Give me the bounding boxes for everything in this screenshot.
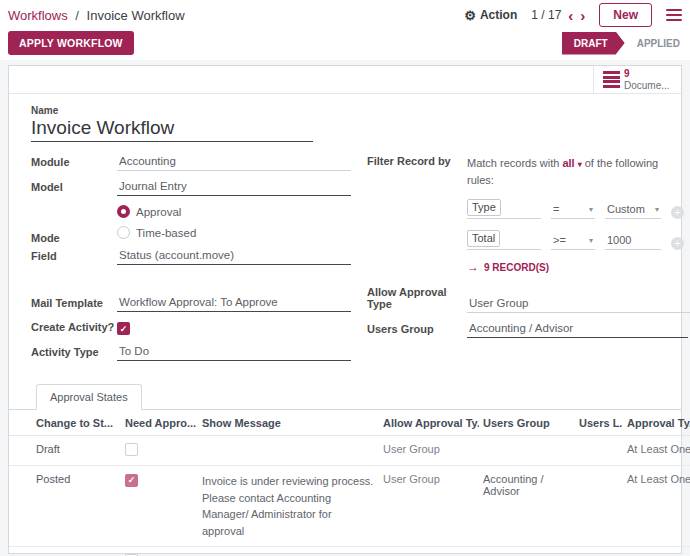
approval-type-cell: User Group [379,547,479,556]
mail-template-input[interactable]: Workflow Approval: To Approve [117,296,351,312]
approval-policy-cell: At Least One [623,547,690,556]
status-applied[interactable]: APPLIED [637,38,680,49]
need-approval-checkbox[interactable] [125,443,138,456]
table-row[interactable]: Cancelled User Group At Least One [9,547,690,556]
users-list-cell [575,547,623,556]
documents-count: 9 [624,68,670,80]
model-field-label: Model [31,181,117,196]
rule-field-input[interactable]: Total [467,228,541,250]
column-header-change-to-state[interactable]: Change to St... [9,410,121,436]
form-sheet: 9 Docume... Name Invoice Workflow Module… [8,65,682,554]
breadcrumb: Workflows / Invoice Workflow [8,8,185,23]
activity-type-input[interactable]: To Do [117,345,351,361]
notebook: Approval States Change to St... Need App… [9,384,681,556]
action-menu-button[interactable]: ⚙ Action [464,8,517,23]
filter-record-by-label: Filter Record by [367,155,467,170]
mode-approval-label: Approval [136,206,181,218]
status-bar: DRAFT APPLIED [562,32,682,55]
users-list-cell [575,466,623,547]
model-input[interactable]: Journal Entry [117,180,351,196]
need-approval-checkbox[interactable] [125,474,138,487]
approval-policy-cell: At Least One [623,466,690,547]
allow-approval-type-input[interactable]: User Group [467,297,690,313]
tab-approval-states[interactable]: Approval States [36,384,142,410]
table-row[interactable]: Posted Invoice is under reviewing proces… [9,466,690,547]
module-input[interactable]: Accounting [117,155,351,171]
rule-value-input[interactable]: 1000 [605,234,661,250]
rule-value-select[interactable]: Custom▾ [605,203,661,219]
documents-stat-button[interactable]: 9 Docume... [593,66,681,93]
rule-operator-select[interactable]: =▾ [551,203,595,219]
rule-field-input[interactable]: Type [467,197,541,219]
message-cell [198,436,379,466]
chevron-down-icon: ▾ [589,236,593,245]
rule-operator-select[interactable]: >=▾ [551,234,595,250]
add-rule-icon[interactable]: + [671,237,684,250]
filter-rule-row: Total >=▾ 1000 + ... [467,228,690,250]
breadcrumb-separator: / [75,8,79,23]
module-field-label: Module [31,156,117,171]
create-activity-checkbox[interactable] [117,322,130,335]
hamburger-menu-icon[interactable] [666,6,682,24]
table-row[interactable]: Draft User Group At Least One [9,436,690,466]
users-group-cell [479,436,575,466]
users-group-field-label: Users Group [367,323,467,338]
users-group-input[interactable]: Accounting / Advisor [467,322,688,338]
action-menu-label: Action [480,8,517,22]
mode-time-based-label: Time-based [136,227,196,239]
message-cell [198,547,379,556]
add-rule-icon[interactable]: + [671,206,684,219]
state-cell: Cancelled [9,547,121,556]
chevron-down-icon: ▾ [655,205,659,214]
state-cell: Posted [9,466,121,547]
button-box: 9 Docume... [9,66,681,94]
state-cell: Draft [9,436,121,466]
pager: 1 / 17 ‹ › [531,8,585,23]
approval-type-cell: User Group [379,436,479,466]
chevron-down-icon: ▾ [578,160,582,169]
mode-approval-radio[interactable] [117,205,130,218]
mode-field-label: Mode [31,232,117,247]
activity-type-field-label: Activity Type [31,346,117,361]
mail-template-field-label: Mail Template [31,297,117,312]
filter-match-operator-dropdown[interactable]: all ▾ [562,157,581,169]
field-input[interactable]: Status (account.move) [117,249,351,265]
users-group-cell [479,547,575,556]
mode-time-based-radio[interactable] [117,226,130,239]
users-group-cell: Accounting / Advisor [479,466,575,547]
arrow-right-icon: → [467,260,479,274]
users-list-cell [575,436,623,466]
approval-type-cell: User Group [379,466,479,547]
column-header-users-group[interactable]: Users Group [479,410,575,436]
form-view: 9 Docume... Name Invoice Workflow Module… [0,60,690,554]
status-draft[interactable]: DRAFT [562,32,625,55]
records-count-link[interactable]: → 9 RECORD(S) [467,260,690,274]
name-field-label: Name [31,105,659,116]
pager-previous-icon[interactable]: ‹ [568,8,573,23]
approval-states-table: Change to St... Need Appro... Show Messa… [9,410,690,556]
filter-rule-row: Type =▾ Custom▾ + ... [467,197,690,219]
allow-approval-type-field-label: Allow Approval Type [367,286,467,313]
column-header-allow-approval-type[interactable]: Allow Approval Ty... [379,410,479,436]
column-header-approval-type[interactable]: Approval Ty... [623,410,690,436]
column-header-users-list[interactable]: Users L... [575,410,623,436]
new-button[interactable]: New [599,3,652,27]
pager-next-icon[interactable]: › [580,8,585,23]
breadcrumb-current: Invoice Workflow [87,8,185,23]
pager-value: 1 / 17 [531,8,561,22]
filter-match-line: Match records with all ▾ of the followin… [467,155,663,188]
column-header-show-message[interactable]: Show Message [198,410,379,436]
name-input[interactable]: Invoice Workflow [31,117,313,142]
column-header-need-approval[interactable]: Need Appro... [121,410,198,436]
control-panel: Workflows / Invoice Workflow ⚙ Action 1 … [0,0,690,60]
chevron-down-icon: ▾ [589,205,593,214]
message-cell: Invoice is under reviewing process. Plea… [198,466,379,547]
gear-icon: ⚙ [464,8,476,23]
documents-list-icon [603,70,620,90]
apply-workflow-button[interactable]: APPLY WORKFLOW [8,31,134,55]
documents-label: Docume... [624,80,670,92]
breadcrumb-parent-link[interactable]: Workflows [8,8,68,23]
field-field-label: Field [31,250,117,265]
create-activity-field-label: Create Activity? [31,321,117,336]
approval-policy-cell: At Least One [623,436,690,466]
